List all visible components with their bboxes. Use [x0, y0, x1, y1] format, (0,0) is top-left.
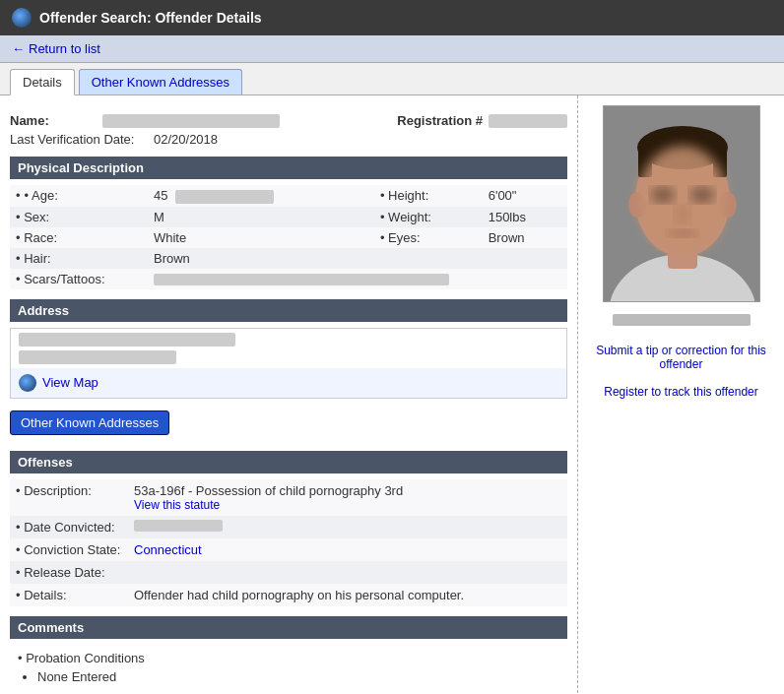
view-statute-link[interactable]: View this statute: [134, 498, 561, 512]
comments-body: • Probation Conditions None Entered: [10, 645, 567, 693]
svg-rect-13: [668, 229, 697, 237]
date-convicted-label: • Date Convicted:: [10, 516, 128, 538]
submit-tip-link[interactable]: Submit a tip or correction for this offe…: [588, 344, 774, 371]
page-title: Offender Search: Offender Details: [39, 10, 262, 26]
svg-point-11: [690, 187, 714, 203]
last-verification-row: Last Verification Date: 02/20/2018: [10, 132, 567, 147]
physical-description-table: •• Age: 45 • Height: 6'00" • Sex: M • We…: [10, 185, 567, 289]
age-height-row: •• Age: 45 • Height: 6'00": [10, 185, 567, 207]
weight-value: 150lbs: [483, 207, 567, 227]
scars-tattoos-label: • Scars/Tattoos:: [10, 269, 148, 289]
sex-value: M: [148, 207, 374, 227]
name-registration-row: Name: Registration #: [10, 113, 567, 128]
race-eyes-row: • Race: White • Eyes: Brown: [10, 227, 567, 248]
right-panel: Submit a tip or correction for this offe…: [577, 95, 784, 694]
view-map-row: View Map: [11, 368, 566, 398]
tabs-bar: Details Other Known Addresses: [0, 63, 784, 95]
last-verification-label: Last Verification Date:: [10, 132, 148, 147]
sidebar-name-blurred: [613, 314, 751, 326]
hair-value: Brown: [148, 248, 567, 269]
svg-point-10: [651, 187, 675, 203]
conviction-state-label: • Conviction State:: [10, 538, 128, 561]
register-track-link[interactable]: Register to track this offender: [604, 385, 758, 399]
date-convicted-value: [128, 516, 567, 538]
conviction-state-value: Connecticut: [128, 538, 567, 561]
globe-small-icon: [19, 374, 36, 392]
hair-row: • Hair: Brown: [10, 248, 567, 269]
tab-details[interactable]: Details: [10, 69, 75, 95]
race-value: White: [148, 227, 374, 248]
address-section: View Map: [10, 328, 567, 399]
offender-photo: [603, 105, 760, 302]
sex-label: • Sex:: [10, 207, 148, 227]
probation-label: • Probation Conditions: [18, 651, 559, 665]
none-entered-item: None Entered: [37, 669, 559, 684]
address-header: Address: [10, 299, 567, 322]
scars-tattoos-value: [148, 269, 567, 289]
registration-value-blurred: [489, 114, 567, 128]
weight-label: • Weight:: [374, 207, 483, 227]
height-label: • Height:: [374, 185, 483, 207]
conviction-state-row: • Conviction State: Connecticut: [10, 538, 567, 561]
offense-details-value: Offender had child pornography on his pe…: [128, 584, 567, 606]
return-to-list-link[interactable]: ←Return to list: [12, 41, 100, 56]
title-bar: Offender Search: Offender Details: [0, 0, 784, 35]
name-value-blurred: [102, 114, 280, 128]
offenses-header: Offenses: [10, 451, 567, 473]
comments-header: Comments: [10, 616, 567, 639]
registration-label: Registration #: [397, 113, 483, 128]
eyes-value: Brown: [483, 227, 567, 248]
offender-photo-svg: [604, 106, 760, 302]
offenses-table: • Description: 53a-196f - Possession of …: [10, 479, 567, 606]
release-date-value: [128, 561, 567, 584]
last-verification-date: 02/20/2018: [154, 132, 218, 147]
other-known-addresses-btn-container: Other Known Addresses: [10, 405, 567, 441]
description-row: • Description: 53a-196f - Possession of …: [10, 479, 567, 516]
arrow-left-icon: ←: [12, 41, 25, 56]
scars-tattoos-row: • Scars/Tattoos:: [10, 269, 567, 289]
main-content: Name: Registration # Last Verification D…: [0, 95, 784, 694]
other-known-addresses-button[interactable]: Other Known Addresses: [10, 410, 169, 435]
hair-label: • Hair:: [10, 248, 148, 269]
sex-weight-row: • Sex: M • Weight: 150lbs: [10, 207, 567, 227]
physical-description-header: Physical Description: [10, 157, 567, 179]
tab-other-known-addresses[interactable]: Other Known Addresses: [79, 69, 242, 95]
race-label: • Race:: [10, 227, 148, 248]
probation-list: None Entered: [37, 669, 559, 684]
nav-bar: ←Return to list: [0, 35, 784, 63]
globe-icon: [12, 8, 32, 28]
svg-point-12: [675, 205, 690, 224]
release-date-row: • Release Date:: [10, 561, 567, 584]
release-date-label: • Release Date:: [10, 561, 128, 584]
description-value: 53a-196f - Possession of child pornograp…: [128, 479, 567, 516]
height-value: 6'00": [483, 185, 567, 207]
left-panel: Name: Registration # Last Verification D…: [0, 95, 577, 694]
address-value-blurred: [11, 333, 566, 364]
offense-details-label: • Details:: [10, 584, 128, 606]
svg-point-9: [637, 146, 728, 254]
age-label: •• Age:: [10, 185, 148, 207]
offense-details-row: • Details: Offender had child pornograph…: [10, 584, 567, 606]
eyes-label: • Eyes:: [374, 227, 483, 248]
name-label: Name:: [10, 113, 89, 128]
age-value: 45: [148, 185, 374, 207]
view-map-link[interactable]: View Map: [42, 375, 98, 390]
description-label: • Description:: [10, 479, 128, 516]
date-convicted-row: • Date Convicted:: [10, 516, 567, 538]
